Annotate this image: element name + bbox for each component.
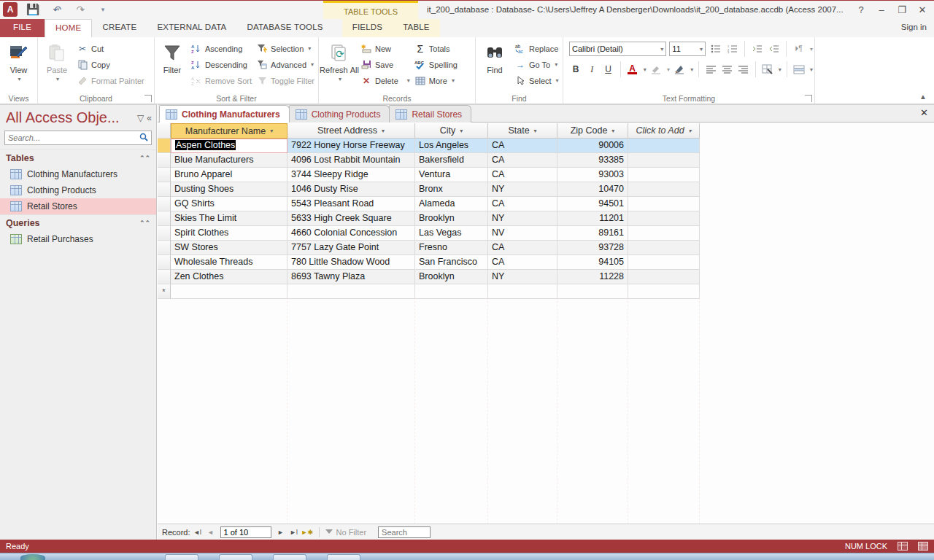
nav-search-input[interactable]	[5, 133, 136, 142]
sign-in-link[interactable]: Sign in	[901, 23, 927, 31]
cell[interactable]	[628, 284, 700, 299]
find-button[interactable]: Find	[477, 39, 512, 74]
tab-file[interactable]: FILE	[0, 19, 45, 37]
underline-button[interactable]: U	[601, 62, 614, 77]
tab-external-data[interactable]: EXTERNAL DATA	[147, 19, 236, 37]
nav-item-retail-stores[interactable]: Retail Stores	[0, 198, 156, 214]
align-center-icon[interactable]	[720, 62, 733, 77]
doc-tab-retail-stores[interactable]: Retail Stores	[389, 105, 471, 122]
cell[interactable]: CA	[488, 153, 557, 168]
align-right-icon[interactable]	[736, 62, 749, 77]
last-record-icon[interactable]: ►ǀ	[288, 529, 300, 536]
advanced-button[interactable]: Advanced▾	[254, 58, 317, 71]
column-dropdown-icon[interactable]: ▾	[534, 128, 537, 134]
row-selector[interactable]	[158, 241, 171, 255]
help-button[interactable]: ?	[851, 1, 871, 18]
refresh-all-button[interactable]: ⟳ Refresh All▾	[320, 39, 358, 82]
cell[interactable]: 8693 Tawny Plaza	[287, 270, 415, 284]
cell[interactable]: 5543 Pleasant Road	[287, 197, 415, 211]
cell[interactable]: Zen Clothes	[171, 270, 287, 284]
cell[interactable]: 5633 High Creek Square	[287, 211, 415, 226]
delete-record-button[interactable]: ✕Delete▾	[358, 74, 412, 87]
cell[interactable]: 7922 Honey Horse Freeway	[287, 139, 415, 153]
goto-button[interactable]: →Go To▾	[512, 58, 561, 71]
nav-search-box[interactable]	[4, 131, 152, 145]
align-left-icon[interactable]	[704, 62, 717, 77]
tab-database-tools[interactable]: DATABASE TOOLS	[236, 19, 333, 37]
nav-pane-collapse-icon[interactable]: «	[147, 113, 152, 123]
cell[interactable]: NY	[488, 270, 557, 284]
more-button[interactable]: More▾	[412, 74, 460, 87]
replace-button[interactable]: abacReplace	[512, 42, 561, 55]
cell[interactable]	[287, 284, 415, 299]
row-selector[interactable]	[158, 182, 171, 197]
save-icon[interactable]: 💾	[25, 2, 41, 17]
italic-button[interactable]: I	[585, 62, 598, 77]
highlight-color-icon[interactable]	[649, 62, 663, 77]
column-header-street-address[interactable]: Street Address▾	[287, 123, 415, 139]
font-size-combo[interactable]: 11▾	[669, 42, 706, 56]
cell[interactable]: Skies The Limit	[171, 211, 287, 226]
cell[interactable]: Las Vegas	[415, 226, 488, 241]
cell[interactable]: Fresno	[415, 241, 488, 255]
font-color-button[interactable]: A	[626, 62, 639, 77]
cell[interactable]: NV	[488, 226, 557, 241]
copy-button[interactable]: Copy	[74, 58, 147, 71]
bullets-icon[interactable]	[709, 42, 722, 56]
cell[interactable]: Spirit Clothes	[171, 226, 287, 241]
tab-fields[interactable]: FIELDS	[342, 19, 393, 37]
cell[interactable]	[628, 197, 700, 211]
taskbar-app-3[interactable]	[273, 554, 306, 560]
cell[interactable]	[628, 241, 700, 255]
row-selector[interactable]	[158, 211, 171, 226]
column-dropdown-icon[interactable]: ▾	[611, 128, 614, 134]
cell[interactable]: 90006	[557, 139, 628, 153]
gridlines-icon[interactable]	[761, 62, 774, 77]
row-selector[interactable]	[158, 226, 171, 241]
cell[interactable]: CA	[488, 255, 557, 270]
row-selector[interactable]	[158, 153, 171, 168]
bold-button[interactable]: B	[569, 62, 582, 77]
section-collapse-icon[interactable]: ⌃⌃	[139, 155, 150, 162]
cell[interactable]	[628, 168, 700, 182]
cell[interactable]: CA	[488, 139, 557, 153]
nav-item-clothing-manufacturers[interactable]: Clothing Manufacturers	[0, 166, 156, 182]
cell[interactable]	[171, 284, 287, 299]
cell[interactable]: Brooklyn	[415, 270, 488, 284]
text-formatting-dialog-launcher-icon[interactable]	[805, 95, 812, 102]
descending-button[interactable]: ZADescending	[188, 58, 254, 71]
column-header-click-to-add[interactable]: Click to Add▾	[628, 123, 700, 139]
nav-search-icon[interactable]	[136, 133, 151, 144]
cell[interactable]: 93003	[557, 168, 628, 182]
section-collapse-icon[interactable]: ⌃⌃	[139, 219, 150, 227]
nav-section-header[interactable]: Tables⌃⌃	[0, 149, 156, 166]
new-record-button[interactable]: ✱New	[358, 42, 412, 55]
redo-icon[interactable]: ↷▾	[72, 2, 88, 17]
cell[interactable]: San Francisco	[415, 255, 488, 270]
row-selector[interactable]	[158, 139, 171, 153]
cell[interactable]: 4660 Colonial Concession	[287, 226, 415, 241]
cell[interactable]	[628, 139, 700, 153]
row-selector[interactable]	[158, 270, 171, 284]
doc-tab-clothing-manufacturers[interactable]: Clothing Manufacturers	[159, 105, 290, 122]
tab-create[interactable]: CREATE	[92, 19, 147, 37]
paste-button[interactable]: Paste▾	[39, 39, 74, 82]
nav-item-retail-purchases[interactable]: Retail Purchases	[0, 231, 156, 247]
cell[interactable]: SW Stores	[171, 241, 287, 255]
cell[interactable]	[557, 284, 628, 299]
row-selector[interactable]	[158, 197, 171, 211]
cell[interactable]: Bronx	[415, 182, 488, 197]
collapse-ribbon-icon[interactable]: ▲	[919, 93, 927, 101]
cell[interactable]: 3744 Sleepy Ridge	[287, 168, 415, 182]
cell[interactable]: Bakersfield	[415, 153, 488, 168]
cell[interactable]	[415, 284, 488, 299]
ascending-button[interactable]: AZAscending	[188, 42, 254, 55]
cell[interactable]: 1046 Dusty Rise	[287, 182, 415, 197]
cell[interactable]: 94105	[557, 255, 628, 270]
doc-tab-clothing-products[interactable]: Clothing Products	[289, 105, 390, 122]
remove-sort-button[interactable]: AZRemove Sort	[188, 74, 254, 87]
cell[interactable]: 4096 Lost Rabbit Mountain	[287, 153, 415, 168]
decrease-indent-icon[interactable]	[767, 42, 781, 56]
taskbar-app-1[interactable]	[165, 554, 198, 560]
format-painter-button[interactable]: Format Painter	[74, 74, 147, 87]
